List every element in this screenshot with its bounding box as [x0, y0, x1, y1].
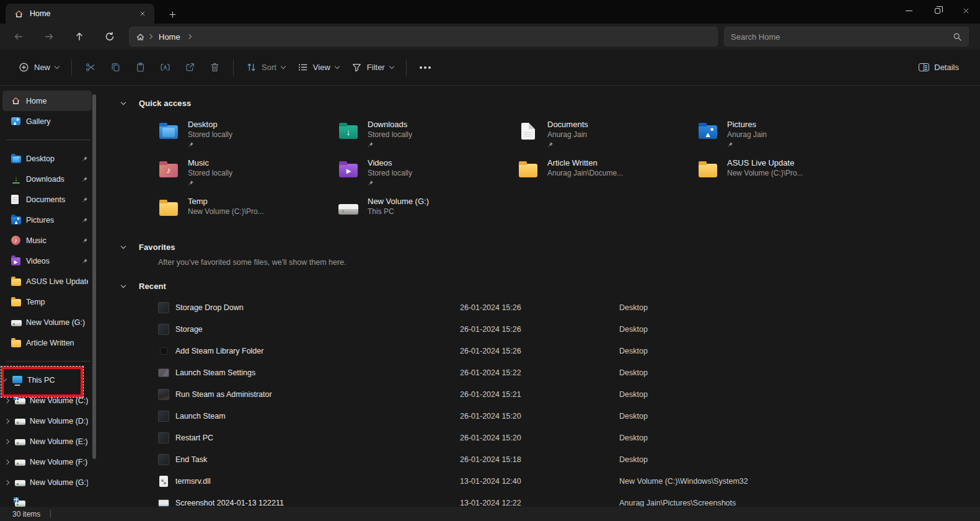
recent-file-row[interactable]: Screenshot 2024-01-13 122211 13-01-2024 … — [158, 492, 980, 507]
section-recent[interactable]: Recent — [120, 280, 980, 292]
content-pane: Quick access Desktop Stored locally Down… — [98, 86, 980, 507]
restore-button[interactable] — [923, 0, 951, 21]
chevron-right-icon[interactable] — [5, 440, 15, 443]
recent-file-row[interactable]: Storage 26-01-2024 15:26 Desktop — [158, 318, 980, 340]
sidebar-item-label: New Volume (E:) — [30, 437, 88, 446]
new-button[interactable]: New — [12, 56, 65, 79]
details-button[interactable]: Details — [910, 56, 968, 79]
tile-temp[interactable]: Temp New Volume (C:)\Pro... — [158, 196, 338, 234]
sidebar-item-new-volume-g[interactable]: New Volume (G:) — [2, 312, 92, 332]
file-thumbnail-icon — [158, 411, 169, 422]
tile-subtitle: Stored locally — [188, 168, 232, 178]
sort-button[interactable]: Sort — [240, 56, 291, 79]
view-button[interactable]: View — [291, 56, 345, 79]
tile-article-written[interactable]: Article Written Anurag Jain\Docume... — [518, 158, 697, 196]
sidebar-item-desktop[interactable]: Desktop — [2, 148, 92, 169]
pin-icon — [82, 197, 88, 203]
favorites-empty-text: After you've favorited some files, we'll… — [158, 258, 980, 267]
sort-icon — [246, 62, 257, 73]
refresh-button[interactable] — [98, 27, 121, 47]
search-icon[interactable] — [953, 32, 962, 42]
sidebar-item-new-volume-d[interactable]: New Volume (D:) — [5, 411, 92, 431]
tile-pictures[interactable]: Pictures Anurag Jain — [697, 119, 877, 158]
sidebar-item-home[interactable]: Home — [2, 91, 92, 111]
recent-file-row[interactable]: Run Steam as Administrator 26-01-2024 15… — [158, 383, 980, 405]
sidebar-item-music[interactable]: Music — [2, 230, 92, 251]
tile-documents[interactable]: Documents Anurag Jain — [518, 119, 697, 158]
tile-videos[interactable]: Videos Stored locally — [338, 158, 518, 196]
breadcrumb-segment[interactable]: Home — [159, 32, 180, 42]
plus-circle-icon — [19, 62, 29, 73]
sidebar-item-downloads[interactable]: Downloads — [2, 169, 92, 189]
folder-icon — [11, 338, 26, 347]
search-input[interactable] — [731, 32, 953, 42]
folder-icon — [11, 297, 26, 306]
up-button[interactable] — [68, 27, 91, 47]
drive-icon — [15, 479, 30, 486]
tile-name: Music — [188, 158, 232, 168]
sidebar-item-this-pc[interactable]: This PC — [2, 370, 92, 390]
sidebar-scrollbar[interactable] — [92, 94, 96, 459]
sidebar-item-gallery[interactable]: Gallery — [2, 111, 92, 131]
tab-home[interactable]: Home — [6, 4, 154, 24]
recent-file-row[interactable]: termsrv.dll 13-01-2024 12:40 New Volume … — [158, 470, 980, 492]
chevron-right-icon[interactable] — [5, 460, 15, 464]
search-box[interactable] — [724, 27, 969, 47]
rename-button[interactable] — [152, 56, 177, 79]
tile-desktop[interactable]: Desktop Stored locally — [158, 119, 338, 158]
new-tab-button[interactable] — [163, 5, 182, 24]
recent-file-row[interactable]: Launch Steam 26-01-2024 15:20 Desktop — [158, 405, 980, 427]
share-button[interactable] — [177, 56, 202, 79]
drive-icon — [15, 438, 30, 445]
sidebar-item-documents[interactable]: Documents — [2, 189, 92, 210]
tile-new-volume-g[interactable]: New Volume (G:) This PC — [338, 196, 518, 234]
recent-file-row[interactable]: Storage Drop Down 26-01-2024 15:26 Deskt… — [158, 296, 980, 318]
tab-close-icon[interactable] — [137, 8, 148, 19]
tile-downloads[interactable]: Downloads Stored locally — [338, 119, 518, 158]
music-icon — [11, 236, 26, 245]
downloads-folder-icon — [338, 119, 359, 139]
sidebar-item-asus-live-update[interactable]: ASUS Live Update — [2, 271, 92, 292]
recent-file-row[interactable]: Restart PC 26-01-2024 15:20 Desktop — [158, 427, 980, 448]
delete-button[interactable] — [202, 56, 227, 79]
home-icon — [11, 96, 26, 105]
tile-music[interactable]: Music Stored locally — [158, 158, 338, 196]
sidebar-item-new-volume-g2[interactable]: New Volume (G:) — [5, 472, 92, 492]
address-bar[interactable]: Home — [129, 27, 718, 47]
chevron-down-icon[interactable] — [2, 379, 12, 381]
sidebar-item-temp[interactable]: Temp — [2, 292, 92, 312]
sidebar-item-videos[interactable]: Videos — [2, 251, 92, 271]
sidebar-item-partial[interactable] — [5, 492, 92, 507]
minimize-button[interactable] — [894, 0, 923, 21]
back-button[interactable] — [7, 27, 30, 47]
file-date: 26-01-2024 15:26 — [460, 303, 619, 312]
paste-button[interactable] — [128, 56, 152, 79]
section-quick-access[interactable]: Quick access — [120, 97, 980, 109]
copy-button[interactable] — [103, 56, 128, 79]
close-button[interactable] — [951, 0, 980, 21]
file-date: 26-01-2024 15:18 — [460, 455, 619, 464]
back-arrow-icon — [14, 32, 24, 42]
sidebar-item-new-volume-e[interactable]: New Volume (E:) — [5, 431, 92, 452]
cut-icon — [86, 62, 96, 73]
chevron-down-icon[interactable] — [121, 99, 126, 104]
tile-asus-live-update[interactable]: ASUS Live Update New Volume (C:)\Pro... — [697, 158, 877, 196]
chevron-right-icon[interactable] — [5, 419, 15, 423]
tile-name: Pictures — [727, 119, 767, 130]
sidebar-item-pictures[interactable]: Pictures — [2, 210, 92, 230]
sort-button-label: Sort — [262, 63, 276, 72]
chevron-down-icon[interactable] — [121, 282, 126, 287]
recent-file-row[interactable]: Launch Steam Settings 26-01-2024 15:22 D… — [158, 362, 980, 383]
see-more-button[interactable] — [413, 56, 438, 79]
chevron-down-icon[interactable] — [121, 243, 126, 248]
section-favorites[interactable]: Favorites — [120, 241, 980, 253]
recent-file-row[interactable]: Add Steam Library Folder 26-01-2024 15:2… — [158, 340, 980, 362]
sidebar-item-article-written[interactable]: Article Written — [2, 332, 92, 353]
cut-button[interactable] — [78, 56, 103, 79]
recent-file-row[interactable]: End Task 26-01-2024 15:18 Desktop — [158, 448, 980, 470]
file-location: Anurag Jain\Pictures\Screenshots — [619, 499, 980, 507]
sidebar-item-new-volume-f[interactable]: New Volume (F:) — [5, 452, 92, 472]
forward-button[interactable] — [37, 27, 61, 47]
filter-button[interactable]: Filter — [345, 56, 400, 79]
chevron-right-icon[interactable] — [5, 481, 15, 484]
